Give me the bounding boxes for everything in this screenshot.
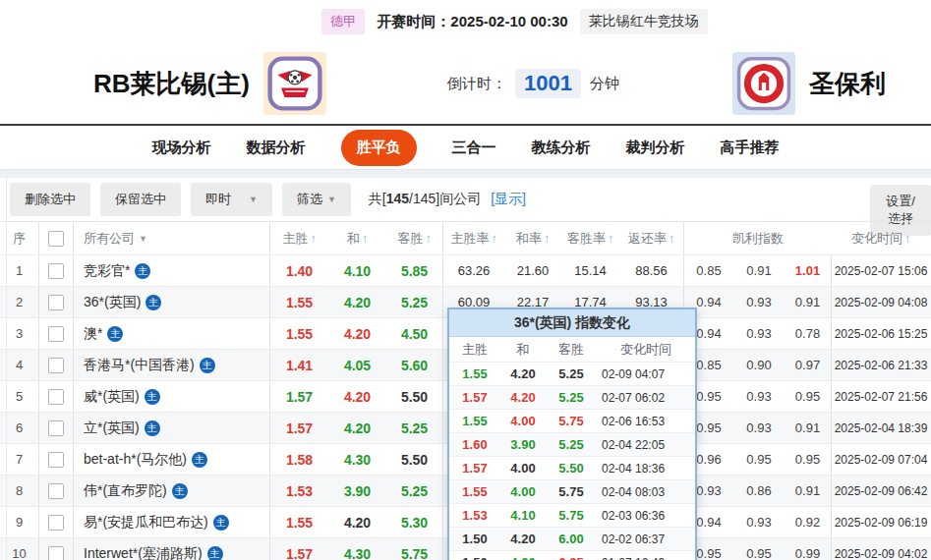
checkbox-icon[interactable] (48, 263, 64, 279)
col-company-filter[interactable]: 所有公司▼ (74, 222, 270, 254)
tab-win-draw-lose[interactable]: 胜平负 (341, 130, 417, 166)
popup-row: 1.574.205.2502-07 06:02 (449, 385, 695, 409)
tab-coach-analysis[interactable]: 教练分析 (532, 139, 591, 157)
odds-table: 序 所有公司▼ 主胜↑ 和↑ 客胜↑ 主胜率↑ 和率↑ 客胜率↑ 返还率↑ 凯利… (0, 221, 931, 560)
kelly-value: 0.78 (785, 318, 832, 349)
away-team-logo (732, 52, 795, 115)
tab-data-analysis[interactable]: 数据分析 (247, 139, 306, 157)
checkbox-icon[interactable] (48, 231, 64, 247)
tab-referee-analysis[interactable]: 裁判分析 (626, 139, 685, 157)
sort-up-icon: ↑ (362, 232, 368, 246)
company-name[interactable]: 伟*(直布罗陀) (84, 482, 167, 500)
row-checkbox-cell[interactable] (39, 318, 74, 349)
col-away-rate-sort[interactable]: 客胜率↑ (561, 222, 619, 254)
checkbox-icon[interactable] (48, 420, 64, 436)
checkbox-icon[interactable] (48, 515, 64, 531)
sort-up-icon: ↑ (311, 232, 317, 246)
company-name[interactable]: 香港马*(中国香港) (84, 357, 195, 374)
col-payout-sort[interactable]: 返还率↑ (619, 222, 684, 254)
sort-up-icon: ↑ (669, 232, 674, 246)
company-name[interactable]: 澳* (84, 325, 102, 343)
company-cell[interactable]: 易*(安提瓜和巴布达)主 (74, 507, 270, 537)
checkbox-icon[interactable] (48, 483, 64, 499)
odds-home: 1.55 (270, 507, 328, 537)
row-checkbox-cell[interactable] (39, 476, 74, 506)
odds-home: 1.60 (449, 437, 500, 452)
change-time: 2025-02-09 06:19 (832, 507, 930, 537)
row-checkbox-cell[interactable] (39, 381, 74, 412)
change-time: 2025-02-09 04:08 (832, 287, 930, 317)
kickoff-value: 2025-02-10 00:30 (450, 13, 567, 29)
odds-draw: 4.20 (500, 532, 546, 546)
change-time: 2025-02-09 06:42 (832, 476, 930, 506)
company-cell[interactable]: 香港马*(中国香港)主 (74, 350, 270, 380)
away-team-name: 圣保利 (809, 67, 886, 101)
col-home-rate-sort[interactable]: 主胜率↑ (443, 222, 504, 254)
company-cell[interactable]: 澳*主 (74, 318, 270, 349)
company-cell[interactable]: 立*(英国)主 (74, 413, 270, 443)
delete-selected-button[interactable]: 删除选中 (10, 183, 90, 216)
company-name[interactable]: 竞彩官* (84, 262, 130, 280)
rb-leipzig-crest-icon (267, 56, 322, 111)
row-checkbox-cell[interactable] (39, 507, 74, 537)
row-checkbox-cell[interactable] (39, 255, 74, 286)
col-change-time-sort[interactable]: 变化时间↑ (832, 222, 930, 254)
row-checkbox-cell[interactable] (39, 444, 74, 475)
checkbox-icon[interactable] (48, 546, 64, 560)
company-cell[interactable]: 竞彩官*主 (74, 255, 270, 286)
kelly-value: 0.86 (733, 476, 785, 506)
checkbox-icon[interactable] (48, 452, 64, 468)
col-home-sort[interactable]: 主胜↑ (270, 222, 328, 254)
checkbox-icon[interactable] (48, 389, 64, 405)
tab-live-analysis[interactable]: 现场分析 (152, 139, 211, 157)
company-cell[interactable]: 威*(英国)主 (74, 381, 270, 412)
odds-home: 1.57 (270, 413, 328, 443)
odds-draw: 4.10 (500, 508, 546, 523)
kelly-value: 0.90 (733, 350, 785, 380)
table-row: 1竞彩官*主1.404.105.8563.2621.6015.1488.560.… (0, 254, 931, 286)
col-draw-rate-sort[interactable]: 和率↑ (504, 222, 561, 254)
kelly-value: 0.91 (785, 413, 832, 443)
company-name[interactable]: 立*(英国) (84, 420, 140, 437)
odds-home: 1.53 (449, 508, 500, 523)
row-checkbox-cell[interactable] (39, 350, 74, 380)
odds-draw: 4.20 (328, 507, 386, 537)
odds-home: 1.50 (449, 555, 500, 560)
company-name[interactable]: 威*(英国) (84, 388, 140, 406)
company-name[interactable]: bet-at-h*(马尔他) (84, 451, 187, 469)
company-name[interactable]: 易*(安提瓜和巴布达) (84, 514, 208, 532)
odds-away: 5.50 (386, 381, 443, 412)
odds-home: 1.55 (270, 318, 328, 349)
row-checkbox-cell[interactable] (39, 413, 74, 443)
row-checkbox-cell[interactable] (39, 287, 74, 317)
checkbox-icon[interactable] (48, 358, 64, 373)
kelly-value: 0.95 (733, 444, 785, 475)
company-name[interactable]: Interwet*(塞浦路斯) (84, 545, 203, 560)
col-kelly: 凯利指数 (684, 222, 832, 254)
odds-home: 1.55 (449, 366, 500, 381)
checkbox-icon[interactable] (48, 326, 64, 342)
company-cell[interactable]: 伟*(直布罗陀)主 (74, 476, 270, 506)
kelly-value: 0.85 (684, 255, 733, 286)
company-cell[interactable]: Interwet*(塞浦路斯)主 (74, 538, 270, 560)
keep-selected-button[interactable]: 保留选中 (100, 183, 181, 216)
filter-dropdown[interactable]: 筛选▼ (282, 183, 351, 216)
checkbox-icon[interactable] (48, 295, 64, 310)
company-count: 共[145/145]间公司 (369, 191, 481, 208)
odds-draw: 4.00 (500, 484, 546, 499)
analysis-nav: 现场分析 数据分析 胜平负 三合一 教练分析 裁判分析 高手推荐 (0, 124, 931, 169)
company-cell[interactable]: bet-at-h*(马尔他)主 (74, 444, 270, 475)
show-link[interactable]: [显示] (491, 191, 526, 208)
company-name[interactable]: 36*(英国) (84, 294, 141, 311)
popup-row: 1.554.205.2502-09 04:07 (449, 362, 695, 385)
company-cell[interactable]: 36*(英国)主 (74, 287, 270, 317)
tab-expert-recommend[interactable]: 高手推荐 (721, 139, 780, 157)
col-draw-sort[interactable]: 和↑ (328, 222, 386, 254)
row-checkbox-cell[interactable] (39, 538, 74, 560)
popup-title: 36*(英国) 指数变化 (449, 309, 695, 337)
filter-label: 筛选 (297, 191, 322, 208)
select-all-checkbox[interactable] (39, 222, 74, 254)
tab-three-in-one[interactable]: 三合一 (452, 139, 496, 157)
time-filter-dropdown[interactable]: 即时▼ (191, 183, 272, 216)
col-away-sort[interactable]: 客胜↑ (386, 222, 443, 254)
